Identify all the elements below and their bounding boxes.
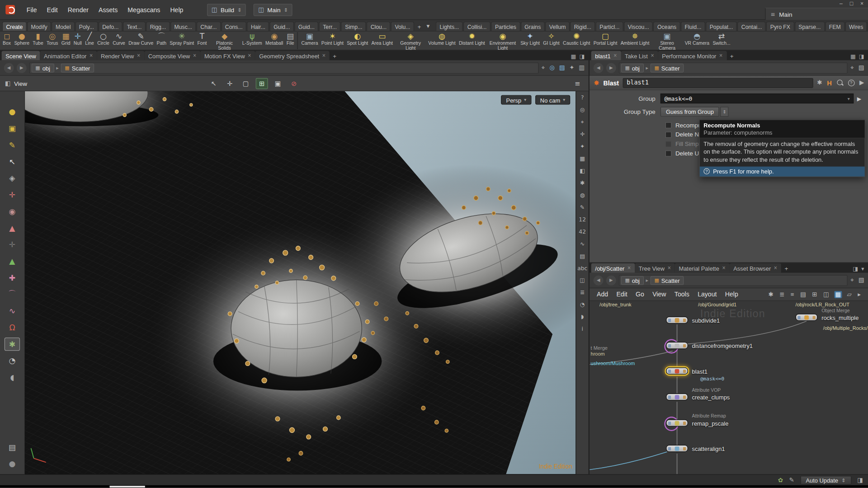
- shelf-tool[interactable]: ◎Torus: [45, 32, 60, 46]
- shelf-tab[interactable]: Volu...: [391, 22, 414, 31]
- layers-icon[interactable]: ▤: [5, 441, 19, 453]
- shelf-tab[interactable]: Hair...: [247, 22, 269, 31]
- close-button[interactable]: ×: [860, 0, 863, 6]
- network-menu-item[interactable]: Layout: [697, 290, 718, 299]
- add-pane-tab-button[interactable]: +: [782, 264, 791, 273]
- shelf-tab[interactable]: Particles: [491, 22, 520, 31]
- shelf-tab[interactable]: Simp...: [341, 22, 366, 31]
- close-tab-icon[interactable]: ×: [248, 53, 251, 58]
- main-pane-label[interactable]: ≡ Main: [765, 8, 868, 20]
- shelf-tool[interactable]: ✧GI Light: [542, 32, 561, 46]
- terrain-brush-icon[interactable]: ●: [5, 106, 19, 118]
- auto-update-button[interactable]: Auto Update ⇕: [800, 475, 851, 484]
- wrench-icon[interactable]: ✱: [767, 291, 774, 298]
- lock-icon[interactable]: ◈: [5, 172, 19, 184]
- help-icon[interactable]: ?: [848, 80, 854, 86]
- spinner-icon[interactable]: ⇕: [284, 7, 288, 12]
- panel-icon[interactable]: ◨: [857, 476, 863, 483]
- display-option-icon[interactable]: ✱: [580, 179, 585, 187]
- pencil-icon[interactable]: ✎: [5, 139, 19, 151]
- shelf-tool[interactable]: ✵Ambient Light: [619, 32, 651, 46]
- shelf-tool[interactable]: ✶Point Light: [320, 32, 345, 46]
- back-icon[interactable]: ◀: [594, 275, 604, 285]
- menu-item[interactable]: Megascans: [123, 4, 165, 15]
- pane-tab[interactable]: Scene View×: [2, 51, 40, 61]
- shelf-tab[interactable]: Model: [52, 22, 75, 31]
- node-body[interactable]: [666, 316, 688, 324]
- shelf-tool[interactable]: ●Sphere: [13, 32, 31, 46]
- network-node[interactable]: blast1 @mask<=0: [666, 367, 708, 375]
- add-pane-tab-button[interactable]: +: [330, 52, 339, 61]
- view-menu[interactable]: ◧ View: [5, 80, 27, 87]
- pane-tab[interactable]: Take List×: [621, 51, 658, 61]
- handles-tool-icon[interactable]: ✛: [5, 189, 19, 201]
- shelf-tab[interactable]: Guid...: [270, 22, 294, 31]
- panel-icon[interactable]: ▥: [579, 64, 585, 71]
- display-option-icon[interactable]: abc: [577, 264, 587, 272]
- pane-tab[interactable]: Motion FX View×: [200, 51, 255, 61]
- forward-icon[interactable]: ▶: [606, 63, 616, 73]
- shelf-tool[interactable]: ○Circle: [96, 32, 111, 46]
- breadcrumb-obj[interactable]: ▦obj: [32, 63, 54, 72]
- shelf-tab[interactable]: Viscou...: [624, 22, 653, 31]
- pane-tab[interactable]: Material Palette×: [675, 263, 730, 273]
- node-name-field[interactable]: [623, 78, 813, 88]
- shelf-tab[interactable]: Sparse...: [795, 22, 825, 31]
- add-shelf-tab-button[interactable]: +: [415, 22, 424, 31]
- shelf-tab[interactable]: Terr...: [319, 22, 341, 31]
- close-tab-icon[interactable]: ×: [322, 53, 326, 58]
- shelf-tool[interactable]: ▭Area Light: [370, 32, 395, 46]
- shelf-tab[interactable]: Text...: [123, 22, 146, 31]
- group-type-dropdown[interactable]: Guess from Group: [660, 107, 719, 117]
- panel-icon[interactable]: ▧: [859, 277, 864, 284]
- shelf-tool[interactable]: ▣Stereo Camera: [651, 32, 683, 50]
- rows-icon[interactable]: ≡: [789, 291, 795, 298]
- checkbox[interactable]: [665, 141, 671, 147]
- back-icon[interactable]: ◀: [4, 63, 14, 73]
- shelf-tab[interactable]: Pyro FX: [766, 22, 794, 31]
- breadcrumb-scatter[interactable]: ▦Scatter: [651, 276, 684, 285]
- shelf-tool[interactable]: TFont: [196, 32, 208, 46]
- pin-icon[interactable]: ⌖: [850, 277, 854, 284]
- figure-icon[interactable]: ✦: [569, 64, 574, 71]
- pane-tab[interactable]: Animation Editor×: [40, 51, 97, 61]
- close-tab-icon[interactable]: ×: [719, 53, 723, 58]
- display-option-icon[interactable]: 12: [579, 216, 586, 223]
- panel-icon[interactable]: ▧: [859, 64, 864, 71]
- forward-icon[interactable]: ▶: [17, 63, 27, 73]
- minimize-button[interactable]: –: [840, 0, 843, 6]
- display-option-icon[interactable]: ◎: [580, 106, 585, 113]
- selection-mode-icon[interactable]: ▢: [240, 78, 252, 89]
- menu-item[interactable]: Render: [63, 4, 94, 15]
- shelf-tool[interactable]: ψL-System: [241, 32, 264, 46]
- display-option-icon[interactable]: ?: [581, 94, 584, 101]
- select-icon[interactable]: ↖: [208, 78, 220, 89]
- checkbox[interactable]: [665, 150, 671, 156]
- shelf-tool[interactable]: ▣Camera: [300, 32, 320, 46]
- scatter-tool-icon[interactable]: ✱: [5, 338, 19, 350]
- scene-render[interactable]: Indie Edition: [25, 91, 576, 474]
- link-icon[interactable]: ◎: [549, 64, 555, 71]
- network-node[interactable]: Attribute VOP create_clumps: [666, 394, 730, 401]
- node-body[interactable]: [796, 314, 818, 321]
- shelf-tab[interactable]: Contai...: [737, 22, 766, 31]
- pane-tab[interactable]: Asset Browser×: [730, 263, 781, 273]
- shelf-tool[interactable]: ▦Grid: [60, 32, 72, 46]
- shelf-tool[interactable]: ▢Portal Light: [592, 32, 619, 46]
- shelf-tab[interactable]: Create: [2, 22, 27, 31]
- pane-tab[interactable]: Composite View×: [144, 51, 200, 61]
- network-menu-item[interactable]: View: [651, 290, 667, 299]
- close-tab-icon[interactable]: ×: [667, 266, 671, 271]
- pane-tab[interactable]: Render View×: [97, 51, 144, 61]
- spinner-icon[interactable]: ⇕: [721, 107, 729, 117]
- network-node[interactable]: distancefromgeometry1: [666, 342, 753, 349]
- shelf-tool[interactable]: ▮Tube: [31, 32, 45, 46]
- display-option-icon[interactable]: ◍: [580, 192, 585, 199]
- tree-tool-icon[interactable]: ▲: [5, 255, 19, 267]
- play-icon[interactable]: ▶: [859, 79, 864, 86]
- shelf-tool[interactable]: ◐Spot Light: [345, 32, 370, 46]
- shelf-tool[interactable]: ⌒Path: [155, 32, 168, 46]
- no-selection-icon[interactable]: ⊘: [288, 78, 300, 89]
- shelf-tab[interactable]: Collisi...: [463, 22, 491, 31]
- display-option-icon[interactable]: ✛: [580, 131, 585, 138]
